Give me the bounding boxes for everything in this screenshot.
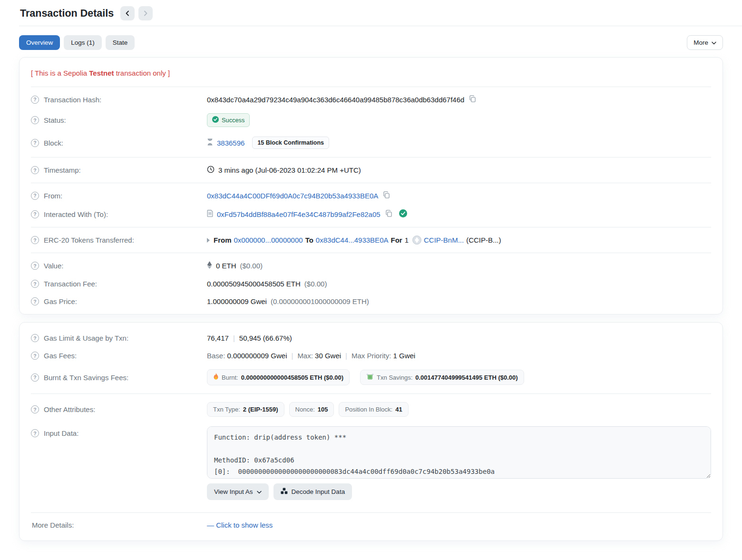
verified-check-icon (399, 209, 407, 219)
erc20-to-address-link[interactable]: 0x83dC44...4933BE0A (316, 236, 389, 244)
timestamp-row: Timestamp: 3 mins ago (Jul-06-2023 01:02… (31, 161, 711, 179)
txn-type-label: Txn Type: (213, 406, 240, 413)
from-address-link[interactable]: 0x83dC44a4C00DFf69d0A0c7c94B20b53a4933BE… (207, 192, 378, 200)
erc20-amount: 1 (405, 236, 409, 244)
max-priority-fee-value: 1 Gwei (393, 352, 416, 360)
next-transaction-button[interactable] (138, 6, 153, 20)
copy-icon (383, 191, 390, 200)
gas-fees-label: Gas Fees: (44, 352, 77, 360)
flame-icon (213, 373, 219, 382)
help-icon (31, 166, 39, 174)
decode-input-data-button[interactable]: Decode Input Data (273, 483, 352, 500)
block-number-link[interactable]: 3836596 (217, 139, 244, 147)
value-label: Value: (44, 262, 63, 270)
previous-transaction-button[interactable] (120, 6, 135, 20)
help-icon (31, 192, 39, 200)
to-address-link[interactable]: 0xFd57b4ddBf88a4e07fF4e34C487b99af2Fe82a… (217, 210, 381, 218)
copy-from-address-button[interactable] (382, 191, 391, 200)
clock-icon (207, 166, 215, 175)
erc20-from-address-link[interactable]: 0x000000...00000000 (234, 236, 303, 244)
erc20-transfers-label: ERC-20 Tokens Transferred: (44, 236, 134, 244)
copy-to-address-button[interactable] (384, 210, 393, 218)
transaction-hash-row: Transaction Hash: 0x843dc70a4a29d79234c4… (31, 90, 711, 108)
help-icon (31, 210, 39, 218)
copy-hash-button[interactable] (468, 95, 477, 104)
check-circle-icon (212, 116, 219, 124)
base-fee-value: 0.000000009 Gwei (227, 352, 287, 360)
gas-price-value: 1.000000009 Gwei (207, 297, 267, 305)
help-icon (31, 280, 39, 288)
gas-limit-row: Gas Limit & Usage by Txn: 76,417 | 50,94… (31, 329, 711, 347)
transaction-hash-value: 0x843dc70a4a29d79234c49a904c363d6c46640a… (207, 96, 464, 104)
testnet-notice: [ This is a Sepolia Testnet transaction … (31, 61, 711, 83)
burnt-value: 0.000000000000458505 ETH ($0.00) (241, 374, 343, 381)
nonce-badge: Nonce: 105 (289, 402, 334, 417)
input-data-actions: View Input As Decode Input Data (207, 483, 711, 500)
status-badge: Success (207, 113, 250, 127)
help-icon (31, 139, 39, 147)
from-row: From: 0x83dC44a4C00DFf69d0A0c7c94B20b53a… (31, 187, 711, 205)
gas-limit-value: 76,417 (207, 334, 229, 342)
burnt-fee-badge: Burnt: 0.000000000000458505 ETH ($0.00) (207, 369, 350, 385)
tab-state[interactable]: State (106, 35, 135, 50)
testnet-notice-prefix: [ This is a Sepolia (31, 69, 89, 77)
timestamp-value: 3 mins ago (Jul-06-2023 01:02:24 PM +UTC… (218, 166, 361, 174)
gas-used-value: 50,945 (66.67%) (239, 334, 292, 342)
input-data-label: Input Data: (44, 429, 78, 437)
help-icon (31, 297, 39, 305)
block-confirmations-badge: 15 Block Confirmations (252, 137, 329, 149)
txn-savings-value: 0.001477404999541495 ETH ($0.00) (415, 374, 517, 381)
page-title: Transaction Details (20, 8, 114, 20)
transaction-fee-label: Transaction Fee: (44, 280, 97, 288)
tabs: Overview Logs (1) State (19, 35, 135, 50)
token-icon (412, 236, 421, 245)
gas-fees-row: Gas Fees: Base: 0.000000009 Gwei | Max: … (31, 347, 711, 364)
chevron-down-icon (257, 488, 262, 495)
position-in-block-badge: Position In Block: 41 (339, 402, 408, 417)
contract-file-icon (207, 210, 213, 218)
overview-card: [ This is a Sepolia Testnet transaction … (19, 57, 723, 314)
txn-type-value: 2 (EIP-1559) (243, 406, 278, 413)
input-data-textarea[interactable]: Function: drip(address token) *** Method… (207, 426, 711, 479)
more-details-row: More Details: — Click to show less (31, 516, 711, 534)
block-label: Block: (44, 139, 63, 147)
divider (31, 157, 711, 157)
testnet-notice-suffix: transaction only ] (114, 69, 170, 77)
help-icon (31, 334, 39, 342)
status-row: Status: Success (31, 108, 711, 132)
separator: | (345, 352, 347, 360)
status-label: Status: (44, 116, 66, 124)
view-input-as-button[interactable]: View Input As (207, 483, 269, 500)
from-label: From: (44, 192, 62, 200)
gas-limit-label: Gas Limit & Usage by Txn: (44, 334, 128, 342)
tab-overview[interactable]: Overview (19, 35, 60, 50)
max-fee-value: 30 Gwei (315, 352, 341, 360)
gas-price-row: Gas Price: 1.000000009 Gwei (0.000000001… (31, 293, 711, 310)
value-usd: ($0.00) (240, 262, 263, 270)
interacted-with-row: Interacted With (To): 0xFd57b4ddBf88a4e0… (31, 205, 711, 224)
block-row: Block: 3836596 15 Block Confirmations (31, 132, 711, 154)
transaction-fee-value: 0.000050945000458505 ETH (207, 280, 301, 288)
value-row: Value: 0 ETH ($0.00) (31, 256, 711, 275)
testnet-notice-bold: Testnet (89, 69, 114, 77)
erc20-from-label: From (214, 236, 232, 244)
page-header: Transaction Details (19, 0, 723, 26)
tab-logs[interactable]: Logs (1) (64, 35, 102, 50)
chevron-left-icon (125, 10, 130, 16)
transaction-fee-row: Transaction Fee: 0.000050945000458505 ET… (31, 275, 711, 293)
base-fee-label: Base: (207, 352, 225, 360)
help-icon (31, 429, 39, 437)
divider (31, 253, 711, 253)
position-in-block-value: 41 (395, 406, 402, 413)
header-divider (19, 26, 742, 26)
copy-icon (385, 210, 392, 218)
help-icon (31, 373, 39, 382)
burnt-label: Burnt: (222, 374, 238, 381)
more-button[interactable]: More (687, 35, 723, 50)
erc20-token-link[interactable]: CCIP-BnM... (424, 236, 464, 244)
max-fee-label: Max: (297, 352, 313, 360)
other-attributes-row: Other Attributes: Txn Type: 2 (EIP-1559)… (31, 397, 711, 422)
divider (31, 87, 711, 87)
show-less-link[interactable]: — Click to show less (207, 521, 273, 529)
chevron-down-icon (712, 39, 716, 46)
